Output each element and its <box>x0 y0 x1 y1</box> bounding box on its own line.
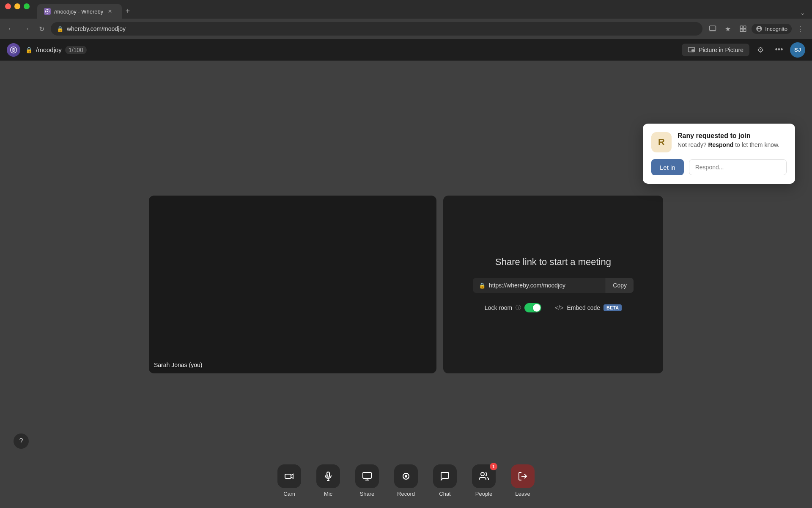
more-options-btn[interactable]: ⋮ <box>793 22 807 36</box>
share-label: Share <box>360 491 375 497</box>
svg-rect-2 <box>710 26 716 30</box>
embed-code-icon: </> <box>555 304 563 311</box>
minimize-window-btn[interactable] <box>14 3 20 9</box>
tab-dropdown-btn[interactable]: ⌄ <box>800 9 805 16</box>
url-lock-icon: 🔒 <box>479 282 486 289</box>
toggle-knob <box>533 304 540 312</box>
leave-label: Leave <box>515 491 530 497</box>
chat-label: Chat <box>439 491 450 497</box>
notification-popup: R Rany requested to join Not ready? Resp… <box>643 124 795 184</box>
cam-toolbar-item[interactable]: Cam <box>271 461 308 500</box>
address-bar-row: ← → ↻ 🔒 whereby.com/moodjoy ★ Incognito … <box>0 19 812 39</box>
notif-subtitle-text: Not ready? <box>678 141 706 148</box>
window-controls <box>0 0 35 9</box>
maximize-window-btn[interactable] <box>24 3 30 9</box>
header-right: Picture in Picture ⚙ ••• SJ <box>682 42 805 58</box>
local-video-label: Sarah Jonas (you) <box>154 362 202 368</box>
notif-header: R Rany requested to join Not ready? Resp… <box>651 132 787 152</box>
embed-code-label[interactable]: Embed code <box>567 304 600 311</box>
address-bar[interactable]: 🔒 whereby.com/moodjoy <box>51 22 702 36</box>
beta-badge: BETA <box>604 304 622 311</box>
lock-room-toggle[interactable] <box>524 303 541 312</box>
people-toolbar-item[interactable]: 1 People <box>465 461 502 500</box>
incognito-label: Incognito <box>765 26 787 32</box>
let-in-button[interactable]: Let in <box>651 159 684 175</box>
requester-avatar: R <box>651 132 672 152</box>
respond-input[interactable] <box>689 159 787 175</box>
svg-rect-12 <box>285 474 291 478</box>
leave-icon-wrap <box>511 464 535 488</box>
share-options-row: Lock room ⓘ </> Embed code BETA <box>485 303 622 312</box>
help-label: ? <box>19 437 23 445</box>
share-toolbar-item[interactable]: Share <box>348 461 386 500</box>
more-button[interactable]: ••• <box>771 42 787 58</box>
close-window-btn[interactable] <box>5 3 11 9</box>
record-icon <box>401 471 411 481</box>
room-count: 1/100 <box>65 46 87 54</box>
svg-rect-3 <box>740 26 743 28</box>
mic-toolbar-item[interactable]: Mic <box>310 461 347 500</box>
chat-icon <box>440 471 450 481</box>
svg-rect-11 <box>692 50 694 51</box>
forward-btn[interactable]: → <box>20 23 32 35</box>
extensions-btn[interactable] <box>736 22 750 36</box>
record-label: Record <box>397 491 415 497</box>
url-text: whereby.com/moodjoy <box>67 25 126 32</box>
record-icon-wrap <box>394 464 418 488</box>
svg-rect-6 <box>743 29 746 32</box>
notif-text: Rany requested to join Not ready? Respon… <box>678 132 779 148</box>
leave-toolbar-item[interactable]: Leave <box>504 461 541 500</box>
pip-button[interactable]: Picture in Picture <box>682 44 749 56</box>
share-link-panel: Share link to start a meeting 🔒 https://… <box>443 196 663 373</box>
bookmark-btn[interactable]: ★ <box>721 22 735 36</box>
notif-actions: Let in <box>651 159 787 175</box>
tab-bar: /moodjoy - Whereby ✕ + ⌄ <box>0 0 812 19</box>
browser-chrome: /moodjoy - Whereby ✕ + ⌄ ← → ↻ 🔒 whereby… <box>0 0 812 39</box>
share-icon <box>362 471 372 481</box>
new-tab-btn[interactable]: + <box>122 5 134 17</box>
copy-link-button[interactable]: Copy <box>606 278 634 293</box>
tab-bar-right: ⌄ <box>800 9 809 19</box>
people-badge: 1 <box>490 463 497 470</box>
svg-point-17 <box>481 472 484 476</box>
svg-rect-13 <box>327 472 329 477</box>
leave-icon <box>518 471 528 481</box>
tab-close-btn[interactable]: ✕ <box>107 8 113 15</box>
notif-respond-suffix: to let them know. <box>735 141 779 148</box>
notif-respond-link[interactable]: Respond <box>708 141 733 148</box>
mic-label: Mic <box>324 491 332 497</box>
chat-toolbar-item[interactable]: Chat <box>426 461 464 500</box>
share-icon-wrap <box>355 464 379 488</box>
back-btn[interactable]: ← <box>5 23 17 35</box>
share-link-url: 🔒 https://whereby.com/moodjoy <box>473 278 606 293</box>
user-avatar[interactable]: SJ <box>790 42 805 58</box>
mic-icon-wrap <box>316 464 340 488</box>
embed-code-row: </> Embed code BETA <box>555 304 622 311</box>
cast-btn[interactable] <box>706 22 719 36</box>
record-toolbar-item[interactable]: Record <box>387 461 425 500</box>
room-name: /moodjoy <box>36 46 62 53</box>
settings-button[interactable]: ⚙ <box>753 42 768 58</box>
lock-room-info-icon[interactable]: ⓘ <box>516 304 521 312</box>
lock-room-label: Lock room <box>485 304 512 311</box>
browser-toolbar-right: ★ Incognito ⋮ <box>706 22 807 36</box>
people-icon <box>479 471 489 481</box>
cam-label: Cam <box>283 491 295 497</box>
lock-icon: 🔒 <box>57 26 63 32</box>
tab-title: /moodjoy - Whereby <box>54 8 103 15</box>
share-link-title: Share link to start a meeting <box>495 257 611 268</box>
local-video-tile: Sarah Jonas (you) <box>149 196 436 373</box>
chat-icon-wrap <box>433 464 457 488</box>
app-logo <box>7 43 20 57</box>
active-tab[interactable]: /moodjoy - Whereby ✕ <box>37 4 122 19</box>
incognito-badge: Incognito <box>752 24 792 34</box>
share-link-input-row: 🔒 https://whereby.com/moodjoy Copy <box>473 278 634 293</box>
help-button[interactable]: ? <box>14 433 29 449</box>
bottom-toolbar: Cam Mic Share <box>0 453 812 508</box>
svg-rect-4 <box>743 26 746 28</box>
svg-rect-5 <box>740 29 743 32</box>
room-info: 🔒 /moodjoy 1/100 <box>25 46 87 54</box>
tab-favicon <box>44 8 51 15</box>
notif-subtitle: Not ready? Respond to let them know. <box>678 141 779 148</box>
refresh-btn[interactable]: ↻ <box>36 23 47 35</box>
